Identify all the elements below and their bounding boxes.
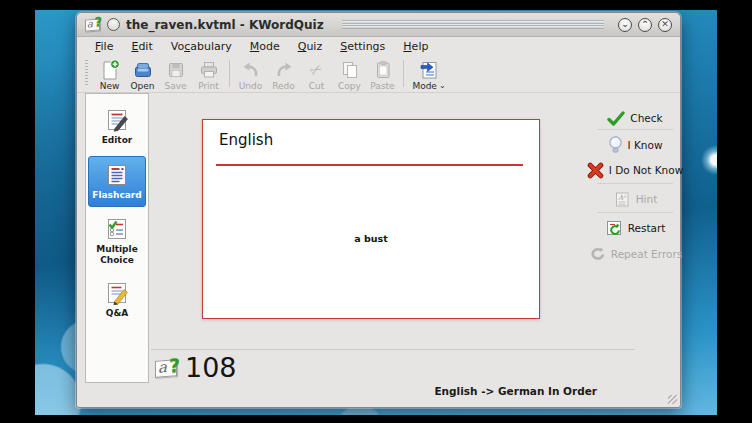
close-button[interactable]: ✕: [658, 18, 672, 32]
window-menu-button[interactable]: [107, 18, 120, 31]
redo-icon: [273, 59, 295, 81]
repeat-errors-button[interactable]: Repeat Errors: [591, 243, 679, 265]
undo-button[interactable]: Undo: [234, 59, 267, 91]
flashcard-word: a bust: [203, 233, 539, 244]
actions-separator: [597, 212, 673, 213]
print-button[interactable]: Print: [192, 59, 225, 91]
editor-icon: [104, 107, 130, 133]
mode-dropdown-chevron-icon: ⌄: [439, 82, 446, 90]
toolbar-drag-handle[interactable]: [85, 60, 88, 87]
restart-button[interactable]: Restart: [591, 217, 679, 239]
qa-icon: [104, 280, 130, 306]
menu-quiz[interactable]: Quiz: [289, 38, 331, 55]
cards-remaining-count: 108: [185, 354, 237, 382]
actions-separator: [597, 183, 673, 184]
new-document-icon: [99, 59, 121, 81]
sidebar-item-multiple-choice[interactable]: Multiple Choice: [88, 211, 146, 271]
cut-button[interactable]: ✂ Cut: [300, 59, 333, 91]
minimize-button[interactable]: ⌄: [618, 18, 632, 32]
sidebar-item-qa[interactable]: Q&A: [88, 275, 146, 325]
app-icon: a ?: [85, 18, 100, 31]
menubar: File Edit Vocabulary Mode Quiz Settings …: [77, 37, 680, 56]
hint-icon: A a: [613, 190, 631, 208]
flashcard-icon: [104, 162, 130, 188]
check-icon: [607, 111, 625, 126]
maximize-button[interactable]: ⌃: [638, 18, 652, 32]
paste-clipboard-icon: [372, 59, 394, 81]
screen: a ? the_raven.kvtml - KWordQuiz ⌄ ⌃ ✕ Fi…: [0, 0, 752, 423]
menu-settings[interactable]: Settings: [331, 38, 394, 55]
titlebar[interactable]: a ? the_raven.kvtml - KWordQuiz ⌄ ⌃ ✕: [77, 13, 680, 37]
restart-icon: [605, 219, 623, 237]
check-button[interactable]: Check: [591, 107, 679, 129]
copy-button[interactable]: Copy: [333, 59, 366, 91]
mode-icon: [418, 59, 440, 81]
card-counter: a ? 108: [155, 354, 237, 382]
toolbar-separator: [229, 60, 230, 87]
open-button[interactable]: Open: [126, 59, 159, 91]
repeat-errors-icon: [588, 245, 606, 263]
mode-sidebar: Editor Flashcard: [85, 93, 149, 383]
actions-separator: [597, 129, 673, 130]
toolbar: New Open: [77, 56, 680, 93]
undo-icon: [240, 59, 262, 81]
open-folder-icon: [132, 59, 154, 81]
quiz-direction-status: English -> German In Order: [434, 385, 597, 397]
sidebar-item-editor[interactable]: Editor: [88, 102, 146, 152]
flashcard-language-label: English: [219, 131, 273, 149]
i-do-not-know-button[interactable]: I Do Not Know: [591, 159, 679, 181]
toolbar-separator: [403, 60, 404, 87]
cut-scissors-icon: ✂: [310, 59, 323, 81]
menu-vocabulary[interactable]: Vocabulary: [162, 38, 241, 55]
menu-mode[interactable]: Mode: [241, 38, 289, 55]
kwordquiz-window: a ? the_raven.kvtml - KWordQuiz ⌄ ⌃ ✕ Fi…: [76, 12, 681, 408]
resize-grip[interactable]: [668, 395, 677, 404]
menu-edit[interactable]: Edit: [122, 38, 161, 55]
sidebar-item-flashcard[interactable]: Flashcard: [88, 156, 146, 208]
flashcard-rule: [216, 164, 523, 166]
hint-button[interactable]: A a Hint: [591, 188, 679, 210]
kwordquiz-counter-icon: a ?: [155, 359, 177, 378]
menu-file[interactable]: File: [86, 38, 122, 55]
svg-text:a: a: [623, 193, 626, 199]
app-icon-mark: ?: [94, 14, 102, 30]
titlebar-stripes: [342, 20, 604, 29]
save-button[interactable]: Save: [159, 59, 192, 91]
paste-button[interactable]: Paste: [366, 59, 399, 91]
new-button[interactable]: New: [93, 59, 126, 91]
quiz-actions-panel: Check I Know: [591, 93, 679, 273]
app-icon-letter: a: [87, 17, 93, 29]
menu-help[interactable]: Help: [394, 38, 437, 55]
save-floppy-icon: [165, 59, 187, 81]
window-title: the_raven.kvtml - KWordQuiz: [126, 18, 324, 32]
content-divider: [151, 349, 635, 350]
i-know-button[interactable]: I Know: [591, 134, 679, 156]
lightbulb-icon: [608, 136, 623, 154]
multiple-choice-icon: [104, 216, 130, 242]
flashcard[interactable]: English a bust: [202, 119, 540, 319]
redo-button[interactable]: Redo: [267, 59, 300, 91]
mode-button[interactable]: Mode⌄: [408, 59, 450, 91]
print-icon: [198, 59, 220, 81]
red-x-icon: [587, 162, 604, 179]
copy-icon: [339, 59, 361, 81]
